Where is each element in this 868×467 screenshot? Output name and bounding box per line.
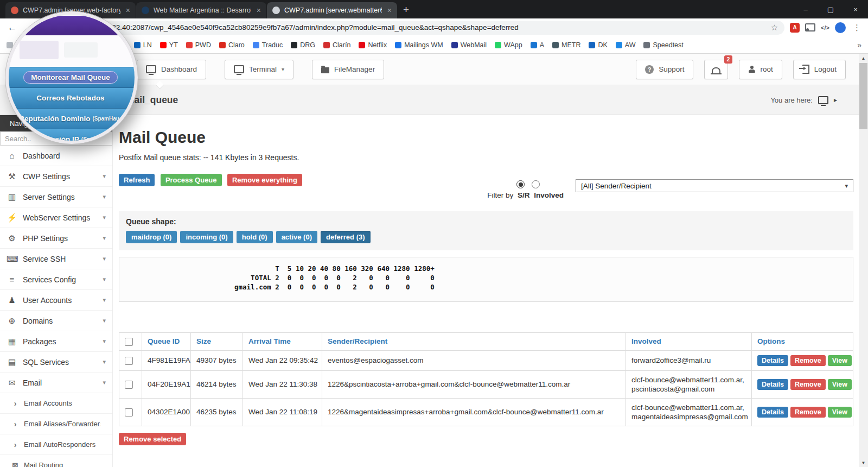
scrollbar-down-arrow[interactable]: ▼ bbox=[859, 458, 868, 467]
magnified-menu-item[interactable]: Correos Rebotados bbox=[9, 87, 135, 108]
remove-button[interactable]: Remove bbox=[790, 355, 826, 366]
scrollbar-thumb[interactable] bbox=[859, 63, 867, 129]
bookmark-star-icon[interactable]: ☆ bbox=[771, 23, 778, 33]
bookmark[interactable]: LN bbox=[134, 41, 152, 49]
sidebar-item[interactable]: › Email AutoResponders bbox=[0, 434, 112, 455]
sidebar-item[interactable]: ✉ Email ▾ bbox=[0, 373, 112, 393]
new-tab-button[interactable]: + bbox=[403, 4, 409, 16]
column-header-sender[interactable]: Sender/Recipient bbox=[322, 333, 626, 351]
row-checkbox[interactable] bbox=[125, 408, 133, 416]
profile-avatar[interactable] bbox=[835, 22, 846, 33]
filter-sr-radio[interactable] bbox=[516, 180, 525, 188]
bookmark[interactable]: WApp bbox=[495, 41, 522, 49]
monitor-icon bbox=[146, 65, 156, 73]
sidebar-item[interactable]: › Email Accounts bbox=[0, 393, 112, 414]
bookmark[interactable]: Claro bbox=[219, 41, 245, 49]
sidebar-item[interactable]: ⚒ CWP Settings ▾ bbox=[0, 166, 112, 187]
browser-tab-2[interactable]: Web Matter Argentina :: Desarrol × bbox=[136, 2, 266, 18]
bookmark[interactable]: YT bbox=[160, 41, 178, 49]
magnified-menu-item[interactable]: Monitorear Mail Queue bbox=[9, 67, 135, 87]
column-header-queue-id[interactable]: Queue ID bbox=[142, 333, 191, 351]
sidebar-item[interactable]: ♟ User Accounts ▾ bbox=[0, 290, 112, 311]
row-checkbox[interactable] bbox=[125, 357, 133, 365]
notification-badge: 2 bbox=[724, 55, 733, 64]
process-queue-button[interactable]: Process Queue bbox=[161, 174, 222, 186]
support-button[interactable]: ? Support bbox=[636, 60, 693, 79]
remove-selected-button[interactable]: Remove selected bbox=[119, 433, 186, 445]
bookmark[interactable]: A bbox=[531, 41, 544, 49]
bookmark[interactable]: Traduc bbox=[253, 41, 283, 49]
logout-button[interactable]: Logout bbox=[793, 60, 846, 79]
sidebar-item[interactable]: ▦ Packages ▾ bbox=[0, 331, 112, 352]
bookmark[interactable]: Mailings WM bbox=[395, 41, 443, 49]
sidebar-item[interactable]: ⊠ Mail Routing bbox=[0, 455, 112, 467]
column-header-arrival[interactable]: Arrival Time bbox=[243, 333, 322, 351]
remove-button[interactable]: Remove bbox=[790, 379, 826, 390]
queue-shape-tab[interactable]: deferred (3) bbox=[321, 231, 371, 243]
scrollbar[interactable]: ▲ ▼ bbox=[859, 54, 868, 467]
sidebar-item[interactable]: › Email Aliases/Forwarders bbox=[0, 414, 112, 434]
sidebar-item[interactable]: ⌨ Service SSH ▾ bbox=[0, 249, 112, 269]
bookmark[interactable]: METR bbox=[552, 41, 580, 49]
column-header-involved[interactable]: Involved bbox=[626, 333, 752, 351]
browser-tab-3-active[interactable]: CWP7.admin [server.webmatter6 × bbox=[267, 2, 397, 18]
view-button[interactable]: View bbox=[828, 379, 852, 390]
magnified-thumbnail bbox=[20, 41, 59, 59]
cast-extension-icon[interactable] bbox=[805, 23, 815, 31]
bookmark[interactable]: Netflix bbox=[359, 41, 387, 49]
devtools-extension-icon[interactable]: </> bbox=[821, 24, 829, 31]
details-button[interactable]: Details bbox=[757, 379, 788, 390]
sender-recipient-select[interactable]: [All] Sender/Recipient ▾ bbox=[576, 179, 853, 192]
notifications-button[interactable]: 2 bbox=[704, 60, 728, 79]
address-bar[interactable]: ⓘ 190.183.222.40:2087/cwp_4546ae0e540f9c… bbox=[61, 21, 784, 35]
bookmark[interactable]: AW bbox=[616, 41, 636, 49]
sidebar-item[interactable]: ▥ Server Settings ▾ bbox=[0, 187, 112, 207]
sidebar-item[interactable]: ⚙ PHP Settings ▾ bbox=[0, 228, 112, 249]
refresh-button[interactable]: Refresh bbox=[119, 174, 155, 186]
view-button[interactable]: View bbox=[828, 407, 852, 418]
tab-close-icon[interactable]: × bbox=[125, 6, 131, 15]
window-close-button[interactable]: × bbox=[843, 0, 868, 18]
bookmark[interactable]: Clarín bbox=[323, 41, 350, 49]
sidebar-item[interactable]: ⊕ Domains ▾ bbox=[0, 311, 112, 331]
remove-everything-button[interactable]: Remove everything bbox=[227, 174, 302, 186]
queue-shape-tab[interactable]: incoming (0) bbox=[180, 231, 233, 243]
pdf-extension-icon[interactable]: A bbox=[790, 23, 800, 33]
queue-shape-tab[interactable]: maildrop (0) bbox=[126, 231, 177, 243]
scrollbar-up-arrow[interactable]: ▲ bbox=[859, 54, 868, 62]
sidebar-item[interactable]: ⌂ Dashboard bbox=[0, 146, 112, 166]
bookmark[interactable]: DK bbox=[589, 41, 607, 49]
row-checkbox[interactable] bbox=[125, 381, 133, 389]
queue-shape-tab[interactable]: hold (0) bbox=[237, 231, 273, 243]
details-button[interactable]: Details bbox=[757, 355, 788, 366]
user-menu-button[interactable]: root bbox=[739, 60, 782, 79]
sidebar-item[interactable]: ▤ SQL Services ▾ bbox=[0, 352, 112, 373]
monitor-icon[interactable] bbox=[818, 96, 828, 104]
bookmark-label: METR bbox=[561, 41, 580, 49]
tab-close-icon[interactable]: × bbox=[386, 6, 393, 15]
bookmarks-overflow-icon[interactable]: » bbox=[857, 41, 861, 49]
browser-menu-icon[interactable]: ⋮ bbox=[851, 23, 863, 33]
bookmark[interactable]: WebMail bbox=[451, 41, 487, 49]
chevron-down-icon: ▾ bbox=[103, 296, 106, 304]
back-button[interactable]: ← bbox=[5, 22, 19, 33]
tab-close-icon[interactable]: × bbox=[256, 6, 262, 15]
column-header-size[interactable]: Size bbox=[191, 333, 243, 351]
dashboard-nav-button[interactable]: Dashboard bbox=[137, 60, 206, 79]
window-maximize-button[interactable]: ▢ bbox=[818, 0, 843, 18]
magnified-menu-item[interactable]: Reputación Dominio (SpamHaus) bbox=[9, 108, 135, 129]
details-button[interactable]: Details bbox=[757, 407, 788, 418]
sidebar-item[interactable]: ≡ Services Config ▾ bbox=[0, 269, 112, 290]
filter-involved-radio[interactable] bbox=[532, 180, 540, 188]
terminal-nav-button[interactable]: Terminal ▾ bbox=[225, 60, 293, 79]
filemanager-nav-button[interactable]: FileManager bbox=[312, 60, 384, 79]
bookmark[interactable]: DRG bbox=[291, 41, 315, 49]
sidebar-item[interactable]: ⚡ WebServer Settings ▾ bbox=[0, 207, 112, 228]
remove-button[interactable]: Remove bbox=[790, 407, 826, 418]
bookmark[interactable]: Speedtest bbox=[643, 41, 683, 49]
select-all-checkbox[interactable] bbox=[125, 338, 133, 346]
window-minimize-button[interactable]: – bbox=[793, 0, 818, 18]
view-button[interactable]: View bbox=[828, 355, 852, 366]
queue-shape-tab[interactable]: active (0) bbox=[276, 231, 317, 243]
bookmark[interactable]: PWD bbox=[186, 41, 211, 49]
